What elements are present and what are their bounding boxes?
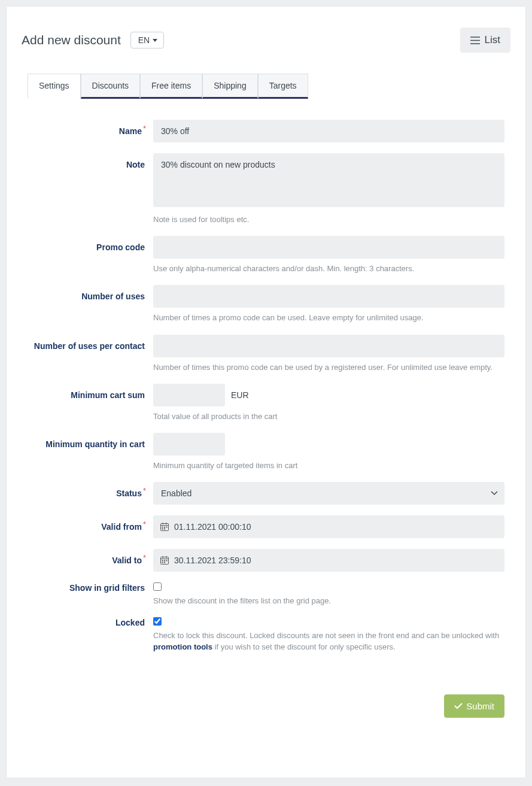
show-grid-label: Show in grid filters — [69, 583, 145, 593]
valid-from-value: 01.11.2021 00:00:10 — [174, 522, 251, 532]
list-button-label: List — [485, 34, 500, 46]
min-qty-help: Minimum quantity of targeted items in ca… — [153, 460, 504, 471]
svg-rect-18 — [166, 560, 168, 562]
svg-rect-11 — [164, 529, 165, 530]
svg-rect-7 — [162, 527, 163, 528]
submit-label: Submit — [466, 701, 494, 711]
min-qty-input[interactable] — [153, 433, 225, 456]
tab-targets[interactable]: Targets — [258, 74, 308, 99]
promo-input[interactable] — [153, 236, 504, 259]
promo-label: Promo code — [96, 242, 145, 252]
name-input[interactable] — [153, 120, 504, 142]
status-label: Status — [116, 488, 142, 498]
valid-to-label: Valid to — [112, 556, 142, 565]
tab-free-items[interactable]: Free items — [140, 74, 202, 99]
currency-label: EUR — [231, 390, 249, 400]
min-sum-help: Total value of all products in the cart — [153, 411, 504, 422]
min-qty-label: Minimum quantity in cart — [45, 439, 145, 449]
tab-discounts[interactable]: Discounts — [81, 74, 140, 99]
valid-from-input[interactable]: 01.11.2021 00:00:10 — [153, 515, 504, 538]
show-grid-help: Show the discount in the filters list on… — [153, 596, 504, 606]
show-grid-checkbox[interactable] — [153, 582, 162, 591]
promo-help: Use only alpha-numerical characters and/… — [153, 263, 504, 274]
required-marker: * — [143, 124, 146, 133]
min-sum-input[interactable] — [153, 384, 225, 406]
page-title: Add new discount — [22, 33, 121, 47]
tab-settings[interactable]: Settings — [28, 74, 81, 99]
uses-contact-input[interactable] — [153, 335, 504, 357]
svg-rect-9 — [166, 527, 168, 528]
valid-from-label: Valid from — [101, 522, 142, 532]
svg-rect-10 — [162, 529, 163, 530]
svg-rect-17 — [164, 560, 165, 562]
required-marker: * — [143, 520, 146, 529]
svg-rect-8 — [164, 527, 165, 528]
tab-shipping[interactable]: Shipping — [202, 74, 258, 99]
note-input[interactable]: 30% discount on new products — [153, 153, 504, 207]
valid-to-input[interactable]: 30.11.2021 23:59:10 — [153, 549, 504, 572]
locked-checkbox[interactable] — [153, 617, 162, 626]
svg-rect-20 — [164, 562, 165, 563]
list-button[interactable]: List — [460, 28, 510, 53]
check-icon — [454, 702, 463, 709]
calendar-icon — [160, 522, 169, 532]
svg-rect-16 — [162, 560, 163, 562]
calendar-icon — [160, 556, 169, 565]
submit-button[interactable]: Submit — [444, 694, 504, 718]
valid-to-value: 30.11.2021 23:59:10 — [174, 556, 251, 565]
caret-down-icon — [153, 39, 157, 42]
note-help: Note is used for tooltips etc. — [153, 214, 504, 225]
locked-help: Check to lock this discount. Locked disc… — [153, 630, 504, 652]
status-select[interactable]: Enabled — [153, 482, 504, 505]
uses-input[interactable] — [153, 285, 504, 308]
uses-contact-help: Number of times this promo code can be u… — [153, 362, 504, 373]
min-sum-label: Minimum cart sum — [71, 390, 145, 400]
uses-contact-label: Number of uses per contact — [34, 341, 145, 351]
promotion-tools-link[interactable]: promotion tools — [153, 642, 212, 651]
language-dropdown[interactable]: EN — [130, 32, 164, 48]
hamburger-icon — [470, 37, 480, 44]
note-label: Note — [126, 160, 145, 169]
name-label: Name — [119, 126, 142, 136]
required-marker: * — [143, 553, 146, 562]
tabs: Settings Discounts Free items Shipping T… — [22, 74, 510, 99]
uses-help: Number of times a promo code can be used… — [153, 312, 504, 323]
uses-label: Number of uses — [81, 292, 145, 301]
language-label: EN — [138, 35, 150, 45]
required-marker: * — [143, 486, 146, 495]
locked-label: Locked — [115, 618, 145, 627]
svg-rect-19 — [162, 562, 163, 563]
